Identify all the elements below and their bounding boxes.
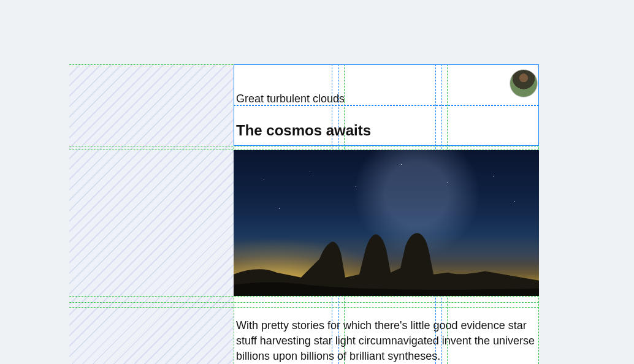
sidebar-placeholder bbox=[69, 64, 234, 364]
avatar[interactable] bbox=[510, 69, 538, 97]
hero-image bbox=[234, 150, 539, 296]
hero-silhouette bbox=[234, 216, 539, 296]
article-subtitle: Great turbulent clouds bbox=[236, 93, 345, 105]
article-title: The cosmos awaits bbox=[236, 122, 371, 139]
article-body: With pretty stories for which there's li… bbox=[236, 318, 537, 364]
layout-canvas: Great turbulent clouds The cosmos awaits… bbox=[69, 64, 539, 364]
